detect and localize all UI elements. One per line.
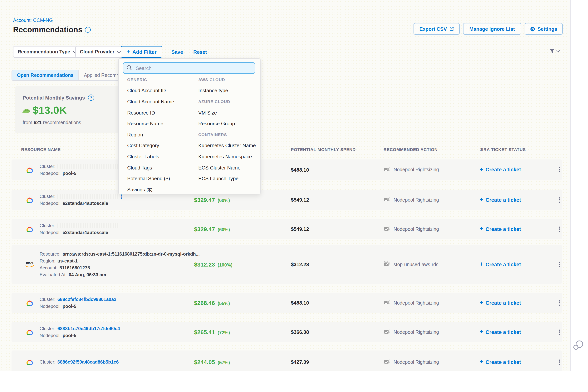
- row-options-menu[interactable]: [559, 226, 560, 233]
- recommended-action-cell: Nodepool Rightsizing: [384, 358, 439, 366]
- table-row[interactable]: Cluster:)Nodepool:e2standar4autoscale$32…: [12, 190, 562, 210]
- dropdown-item[interactable]: Cloud Tags: [127, 162, 196, 173]
- gcp-cloud-icon: [24, 166, 34, 173]
- dropdown-item[interactable]: Region: [127, 129, 196, 140]
- plus-icon: +: [480, 196, 483, 203]
- dropdown-item[interactable]: Resource Group: [198, 118, 258, 129]
- create-ticket-button[interactable]: +Create a ticket: [480, 300, 521, 306]
- settings-label: Settings: [538, 26, 557, 32]
- plus-icon: +: [480, 260, 483, 268]
- dropdown-item[interactable]: Cluster Labels: [127, 151, 196, 162]
- resource-line-label: Nodepool:: [40, 333, 60, 338]
- dropdown-item[interactable]: Instance type: [198, 85, 258, 96]
- filter-separator: [188, 48, 188, 56]
- resource-line-value: arn:aws:rds:us-east-1:511616801275:db:zn…: [62, 251, 200, 257]
- gcp-cloud-icon: [24, 226, 34, 232]
- resource-line: Cluster:: [40, 223, 119, 228]
- dropdown-item[interactable]: Cost Category: [127, 140, 196, 151]
- resource-details: Cluster:6886e92f59a48cad86b5b1c6: [40, 359, 119, 365]
- create-ticket-label: Create a ticket: [486, 359, 521, 365]
- dropdown-item[interactable]: VM Size: [198, 107, 258, 118]
- resource-details: Cluster:Nodepool:e2standar4autoscale: [40, 223, 119, 235]
- create-ticket-button[interactable]: +Create a ticket: [480, 359, 521, 365]
- savings-amount: $268.46: [194, 300, 215, 306]
- resource-details: Cluster:6888b1c70e49db17c1de60c4Nodepool…: [40, 326, 120, 338]
- column-potential-monthly-spend: POTENTIAL MONTHLY SPEND: [291, 147, 356, 152]
- create-ticket-button[interactable]: +Create a ticket: [480, 197, 521, 203]
- create-ticket-label: Create a ticket: [486, 226, 521, 232]
- row-options-menu[interactable]: [559, 261, 560, 268]
- dropdown-item[interactable]: Cloud Account ID: [127, 85, 196, 96]
- redacted-value: [58, 223, 119, 228]
- cloud-provider-filter-chip[interactable]: Cloud Provider: [75, 46, 125, 58]
- table-row[interactable]: Cluster:Nodepool:e2standar4autoscale$329…: [12, 219, 562, 239]
- dropdown-item[interactable]: Potential Spend ($): [127, 173, 196, 184]
- table-row[interactable]: Cluster:6886e92f59a48cad86b5b1c6$244.05(…: [12, 350, 562, 371]
- table-row[interactable]: awsResource:arn:aws:rds:us-east-1:511616…: [12, 245, 562, 284]
- help-icon[interactable]: ?: [88, 94, 94, 101]
- create-ticket-button[interactable]: +Create a ticket: [480, 226, 521, 232]
- export-csv-button[interactable]: Export CSV: [414, 23, 460, 34]
- resource-line-value: pool-5: [62, 333, 76, 338]
- dropdown-group-label: AWS CLOUD: [198, 74, 258, 85]
- table-row[interactable]: Cluster:Nodepool:pool-5$488.10Nodepool R…: [12, 160, 562, 180]
- cluster-link[interactable]: 6888b1c70e49db17c1de60c4: [58, 326, 120, 331]
- create-ticket-button[interactable]: +Create a ticket: [480, 261, 521, 268]
- add-filter-button[interactable]: + Add Filter: [121, 46, 162, 58]
- dropdown-item[interactable]: ECS Launch Type: [198, 173, 258, 184]
- dropdown-item[interactable]: ECS Cluster Name: [198, 162, 258, 173]
- row-options-menu[interactable]: [559, 196, 560, 204]
- dropdown-column-generic: GENERICCloud Account IDCloud Account Nam…: [127, 74, 196, 195]
- search-input[interactable]: [123, 62, 255, 74]
- dropdown-item[interactable]: Resource Name: [127, 118, 196, 129]
- savings-amount: $329.47: [194, 196, 215, 203]
- gcp-cloud-icon: [24, 358, 34, 366]
- row-options-menu[interactable]: [559, 358, 560, 366]
- resource-line-value: 511616801275: [60, 265, 90, 270]
- resource-line-value: us-east-1: [58, 258, 78, 264]
- account-breadcrumb-link[interactable]: Account: CCM-NG: [13, 18, 53, 23]
- create-ticket-label: Create a ticket: [486, 167, 521, 172]
- row-options-menu[interactable]: [559, 328, 560, 336]
- dropdown-item[interactable]: Cloud Account Name: [127, 96, 196, 107]
- create-ticket-button[interactable]: +Create a ticket: [480, 166, 521, 173]
- recommended-action-label: Nodepool Rightsizing: [394, 300, 439, 306]
- dropdown-item[interactable]: Kubernetes Cluster Name: [198, 140, 258, 151]
- manage-ignore-list-label: Manage Ignore List: [470, 26, 515, 32]
- info-icon[interactable]: i: [85, 27, 91, 33]
- resource-line: Resource:arn:aws:rds:us-east-1:511616801…: [40, 251, 200, 257]
- resource-line-label: Nodepool:: [40, 304, 60, 309]
- cluster-link[interactable]: 688c2fefc84fbdc99801a0a2: [58, 297, 116, 302]
- dropdown-group-label: AZURE CLOUD: [198, 96, 258, 107]
- tab-open-recommendations[interactable]: Open Recommendations: [12, 70, 79, 80]
- create-ticket-button[interactable]: +Create a ticket: [480, 329, 521, 335]
- recommended-action-cell: Nodepool Rightsizing: [384, 328, 439, 336]
- recommendation-type-icon: [384, 226, 390, 233]
- potential-monthly-savings-card: Potential Monthly Savings ? $13.0K from …: [15, 86, 120, 133]
- recommended-action-cell: Nodepool Rightsizing: [384, 196, 439, 204]
- savings-percent: (72%): [218, 330, 230, 335]
- help-chat-button[interactable]: [573, 340, 584, 352]
- resource-line-label: Cluster:: [40, 223, 56, 228]
- recommended-action-cell: stop-unused-aws-rds: [384, 261, 438, 268]
- row-options-menu[interactable]: [559, 299, 560, 306]
- resource-line: Cluster:688c2fefc84fbdc99801a0a2: [40, 297, 116, 302]
- manage-ignore-list-button[interactable]: Manage Ignore List: [463, 23, 521, 34]
- cluster-link[interactable]: 6886e92f59a48cad86b5b1c6: [58, 359, 119, 365]
- recommended-action-label: Nodepool Rightsizing: [394, 197, 439, 202]
- save-filter-link[interactable]: Save: [172, 49, 183, 55]
- table-row[interactable]: Cluster:688c2fefc84fbdc99801a0a2Nodepool…: [12, 293, 562, 313]
- table-row[interactable]: Cluster:6888b1c70e49db17c1de60c4Nodepool…: [12, 322, 562, 342]
- dropdown-item[interactable]: Resource ID: [127, 107, 196, 118]
- row-options-menu[interactable]: [559, 166, 560, 173]
- settings-button[interactable]: ⚙ Settings: [524, 23, 563, 34]
- recommendation-type-icon: [384, 261, 390, 268]
- recommendation-type-filter-chip[interactable]: Recommendation Type: [13, 46, 81, 58]
- dropdown-item[interactable]: Kubernetes Namespace: [198, 151, 258, 162]
- resource-line-label: Region:: [40, 258, 56, 264]
- table-filter-button[interactable]: [550, 49, 559, 54]
- reset-filter-link[interactable]: Reset: [193, 49, 207, 55]
- savings-amount: $312.23: [194, 261, 215, 268]
- savings-percent: (100%): [218, 262, 232, 268]
- dropdown-item[interactable]: Savings ($): [127, 184, 196, 195]
